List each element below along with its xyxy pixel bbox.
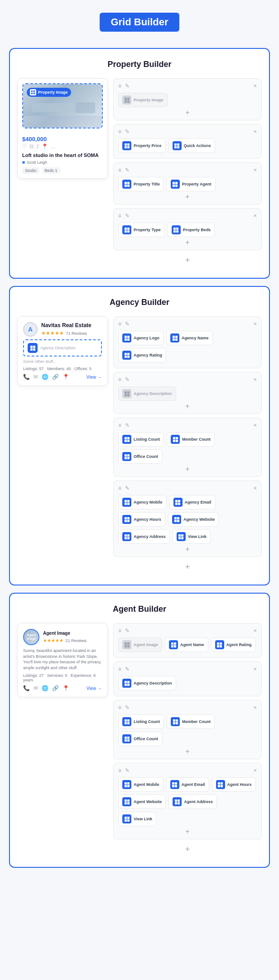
- svg-rect-125: [221, 782, 223, 785]
- agency-view-link[interactable]: View →: [87, 375, 102, 380]
- agent-icon-hours: [216, 780, 225, 789]
- agent-edit-3[interactable]: ✎: [125, 704, 130, 711]
- agency-close-4[interactable]: ×: [253, 485, 257, 491]
- agent-card: Agent Image Agent Image ★★★★★ 21 Reviews…: [17, 623, 108, 697]
- agency-drag-2[interactable]: ≡: [118, 376, 121, 383]
- svg-rect-105: [127, 719, 130, 722]
- block-header-1: ≡ ✎ ×: [118, 82, 257, 89]
- svg-rect-117: [127, 782, 130, 785]
- agent-label-desc: Agency Description: [134, 681, 172, 686]
- agency-edit-4[interactable]: ✎: [125, 485, 130, 491]
- agency-label-office-count: Office Count: [134, 454, 158, 459]
- add-section-button-property[interactable]: +: [185, 256, 190, 265]
- agent-location-icon: 📍: [63, 685, 69, 691]
- agency-close-3[interactable]: ×: [253, 422, 257, 428]
- agent-label-mobile: Agent Mobile: [134, 782, 159, 787]
- agency-add-btn-4[interactable]: +: [185, 546, 189, 553]
- edit-icon-4[interactable]: ✎: [125, 213, 130, 219]
- agent-edit-4[interactable]: ✎: [125, 767, 130, 774]
- close-icon-4[interactable]: ×: [253, 212, 257, 219]
- close-icon-2[interactable]: ×: [253, 128, 257, 135]
- svg-rect-50: [125, 394, 127, 396]
- heart-icon[interactable]: ♡: [22, 143, 27, 149]
- close-icon-1[interactable]: ×: [253, 82, 257, 89]
- agency-edit-2[interactable]: ✎: [125, 376, 130, 383]
- drag-icon-1[interactable]: ≡: [118, 83, 121, 89]
- agency-block-header-left-4: ≡ ✎: [118, 485, 130, 491]
- svg-rect-49: [127, 391, 130, 394]
- block-header-3: ≡ ✎ ×: [118, 167, 257, 173]
- svg-rect-32: [30, 346, 33, 348]
- svg-rect-48: [125, 391, 127, 394]
- svg-rect-124: [218, 782, 220, 785]
- agency-drag-4[interactable]: ≡: [118, 485, 121, 491]
- agency-item-mobile: Agency Mobile: [118, 495, 167, 509]
- svg-rect-129: [127, 799, 130, 802]
- agency-edit-3[interactable]: ✎: [125, 422, 130, 428]
- svg-rect-36: [125, 336, 127, 338]
- more-icon[interactable]: …: [51, 144, 56, 149]
- agent-close-4[interactable]: ×: [253, 767, 257, 774]
- agent-edit-2[interactable]: ✎: [125, 666, 130, 672]
- svg-rect-14: [174, 146, 177, 148]
- add-section-button-agent[interactable]: +: [185, 845, 190, 854]
- svg-rect-13: [177, 143, 179, 146]
- block-header-left-1: ≡ ✎: [118, 83, 130, 89]
- agency-close-1[interactable]: ×: [253, 320, 257, 327]
- svg-rect-58: [173, 440, 175, 442]
- agent-add-btn-4[interactable]: +: [185, 828, 189, 835]
- add-button-4[interactable]: +: [185, 239, 189, 246]
- agent-drag-2[interactable]: ≡: [118, 666, 121, 672]
- agent-icon-member-count: [171, 717, 180, 726]
- agent-drag-4[interactable]: ≡: [118, 767, 121, 774]
- agent-block-header-left-1: ≡ ✎: [118, 628, 130, 634]
- agency-item-email: Agency Email: [169, 495, 216, 509]
- agent-close-2[interactable]: ×: [253, 666, 257, 672]
- agency-edit-1[interactable]: ✎: [125, 321, 130, 327]
- property-builder-panel: ≡ ✎ × Property Image +: [113, 78, 262, 265]
- block-item-label-beds: Property Beds: [183, 228, 211, 233]
- agent-view-link[interactable]: View →: [87, 686, 102, 691]
- agency-add-btn-3[interactable]: +: [185, 466, 189, 473]
- svg-rect-2: [31, 93, 33, 94]
- agent-drag-1[interactable]: ≡: [118, 628, 121, 634]
- agency-listings: 57: [39, 366, 44, 371]
- agency-label-email: Agency Email: [185, 500, 212, 505]
- agent-close-3[interactable]: ×: [253, 704, 257, 711]
- svg-rect-122: [172, 785, 174, 787]
- block-item-icon-agent: [171, 180, 180, 189]
- agency-link-icon: 🔗: [52, 374, 59, 380]
- agency-builder-title: Agency Builder: [17, 298, 262, 307]
- share-icon[interactable]: ⤴: [36, 144, 39, 149]
- edit-icon-1[interactable]: ✎: [125, 83, 130, 89]
- agent-edit-1[interactable]: ✎: [125, 628, 130, 634]
- agency-label-member-count: Member Count: [182, 437, 211, 442]
- close-icon-3[interactable]: ×: [253, 167, 257, 173]
- drag-icon-3[interactable]: ≡: [118, 167, 121, 173]
- agency-icon-member-count: [171, 435, 180, 444]
- add-section-button-agency[interactable]: +: [185, 562, 190, 572]
- svg-rect-108: [173, 719, 175, 722]
- svg-rect-100: [125, 681, 127, 683]
- agent-close-1[interactable]: ×: [253, 627, 257, 634]
- agency-drag-1[interactable]: ≡: [118, 321, 121, 327]
- drag-icon-4[interactable]: ≡: [118, 213, 121, 219]
- agency-add-btn-2[interactable]: +: [185, 403, 189, 410]
- drag-icon-2[interactable]: ≡: [118, 128, 121, 135]
- agency-close-2[interactable]: ×: [253, 376, 257, 383]
- add-button-1[interactable]: +: [185, 109, 189, 116]
- agency-icon-website: [172, 515, 181, 524]
- edit-icon-3[interactable]: ✎: [125, 167, 130, 173]
- add-button-3[interactable]: +: [185, 193, 189, 200]
- agency-block-header-1: ≡ ✎ ×: [118, 320, 257, 327]
- block-item-quick-actions: Quick Actions: [168, 138, 215, 153]
- agency-email-icon: ✉: [34, 374, 38, 380]
- agent-drag-3[interactable]: ≡: [118, 704, 121, 711]
- agency-drag-3[interactable]: ≡: [118, 422, 121, 428]
- agency-stars-row: ★★★★★ 71 Reviews: [41, 328, 91, 337]
- agent-builder-title: Agent Builder: [17, 604, 262, 614]
- agent-add-btn-3[interactable]: +: [185, 748, 189, 755]
- compare-icon[interactable]: ⊡: [29, 143, 34, 149]
- agency-item-website: Agency Website: [168, 512, 219, 527]
- edit-icon-2[interactable]: ✎: [125, 128, 130, 135]
